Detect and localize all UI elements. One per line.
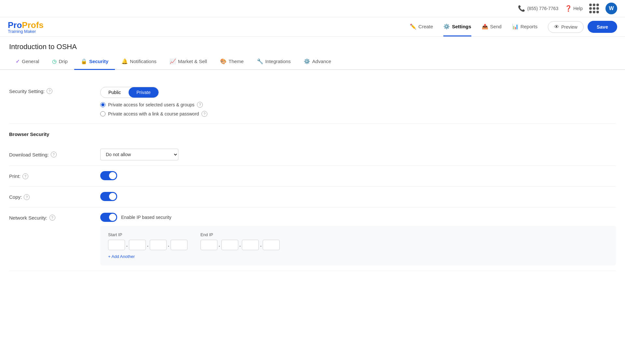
advance-icon: ⚙️ bbox=[304, 58, 310, 64]
add-another-link[interactable]: + Add Another bbox=[108, 254, 135, 259]
preview-button[interactable]: 👁 Preview bbox=[548, 21, 584, 33]
settings-icon: ⚙️ bbox=[443, 23, 450, 30]
security-setting-label: Security Setting: ? bbox=[9, 87, 100, 94]
network-security-toggle-row: Enable IP based security bbox=[100, 213, 616, 222]
end-ip-inputs: . . . bbox=[201, 240, 280, 250]
tab-security[interactable]: 🔒 Security bbox=[74, 54, 115, 70]
print-label: Print: ? bbox=[9, 173, 100, 179]
link-password-radio[interactable] bbox=[100, 111, 105, 116]
nav-create[interactable]: ✏️ Create bbox=[410, 18, 433, 36]
nav-bar: ProProfs Training Maker ✏️ Create ⚙️ Set… bbox=[0, 17, 625, 37]
start-ip-octet-1[interactable] bbox=[108, 240, 125, 250]
tab-theme[interactable]: 🎨 Theme bbox=[214, 54, 250, 70]
tab-advance[interactable]: ⚙️ Advance bbox=[297, 54, 338, 70]
end-ip-dot-1: . bbox=[219, 242, 220, 248]
question-icon: ❓ bbox=[565, 5, 572, 12]
link-password-option[interactable]: Private access with a link & course pass… bbox=[100, 111, 616, 117]
security-setting-row: Security Setting: ? Public Private Priva… bbox=[9, 80, 616, 124]
end-ip-octet-2[interactable] bbox=[221, 240, 238, 250]
end-ip-dot-3: . bbox=[260, 242, 261, 248]
phone-number: 📞 (855) 776-7763 bbox=[518, 5, 558, 12]
start-ip-octet-4[interactable] bbox=[171, 240, 188, 250]
start-ip-dot-3: . bbox=[168, 242, 169, 248]
tabs-bar: ✓ General ◷ Drip 🔒 Security 🔔 Notificati… bbox=[0, 54, 625, 70]
notifications-icon: 🔔 bbox=[121, 58, 128, 64]
preview-icon: 👁 bbox=[554, 24, 559, 30]
tab-integrations[interactable]: 🔧 Integrations bbox=[250, 54, 297, 70]
security-icon: 🔒 bbox=[81, 58, 87, 64]
nav-settings[interactable]: ⚙️ Settings bbox=[443, 18, 471, 36]
link-password-help-icon[interactable]: ? bbox=[201, 111, 207, 117]
end-ip-dot-2: . bbox=[240, 242, 241, 248]
ip-section: Start IP . . . bbox=[100, 226, 616, 265]
tab-notifications[interactable]: 🔔 Notifications bbox=[115, 54, 163, 70]
copy-help-icon[interactable]: ? bbox=[24, 194, 30, 200]
end-ip-octet-4[interactable] bbox=[263, 240, 280, 250]
browser-security-section: Browser Security Download Setting: ? Do … bbox=[9, 131, 616, 271]
theme-icon: 🎨 bbox=[220, 58, 227, 64]
preview-label: Preview bbox=[561, 24, 577, 30]
market-sell-icon: 📈 bbox=[170, 58, 176, 64]
start-ip-dot-2: . bbox=[147, 242, 148, 248]
start-ip-label: Start IP bbox=[108, 232, 188, 237]
end-ip-group: End IP . . . bbox=[201, 232, 280, 250]
main-content: Security Setting: ? Public Private Priva… bbox=[0, 70, 625, 281]
download-setting-label: Download Setting: ? bbox=[9, 152, 100, 157]
integrations-icon: 🔧 bbox=[257, 58, 263, 64]
access-radio-group: Private access for selected users & grou… bbox=[100, 102, 616, 117]
tab-general[interactable]: ✓ General bbox=[9, 54, 46, 70]
security-setting-content: Public Private Private access for select… bbox=[100, 87, 616, 117]
nav-actions: 👁 Preview Save bbox=[548, 21, 617, 33]
logo: ProProfs Training Maker bbox=[8, 20, 44, 34]
public-private-toggle: Public Private bbox=[100, 87, 159, 98]
reports-icon: 📊 bbox=[512, 23, 519, 30]
start-ip-octet-3[interactable] bbox=[150, 240, 167, 250]
selected-users-help-icon[interactable]: ? bbox=[197, 102, 203, 108]
start-ip-inputs: . . . bbox=[108, 240, 188, 250]
network-security-control: Enable IP based security Start IP . . bbox=[100, 213, 616, 265]
drip-icon: ◷ bbox=[52, 58, 57, 64]
save-button[interactable]: Save bbox=[588, 21, 617, 33]
phone-icon: 📞 bbox=[518, 5, 525, 12]
tab-market-sell[interactable]: 📈 Market & Sell bbox=[163, 54, 214, 70]
end-ip-octet-3[interactable] bbox=[242, 240, 259, 250]
start-ip-group: Start IP . . . bbox=[108, 232, 188, 250]
security-setting-help-icon[interactable]: ? bbox=[47, 88, 52, 94]
nav-links: ✏️ Create ⚙️ Settings 📤 Send 📊 Reports bbox=[410, 18, 537, 36]
top-bar: 📞 (855) 776-7763 ❓ Help W bbox=[0, 0, 625, 17]
copy-row: Copy: ? bbox=[9, 187, 616, 208]
page-title: Introduction to OSHA bbox=[0, 37, 625, 51]
network-security-toggle[interactable] bbox=[100, 213, 117, 222]
download-setting-row: Download Setting: ? Do not allow Allow bbox=[9, 143, 616, 166]
print-control bbox=[100, 171, 616, 181]
public-toggle-btn[interactable]: Public bbox=[101, 87, 129, 98]
ip-row: Start IP . . . bbox=[108, 232, 608, 250]
end-ip-label: End IP bbox=[201, 232, 280, 237]
copy-toggle[interactable] bbox=[100, 192, 117, 201]
logo-profs: Profs bbox=[22, 20, 43, 30]
selected-users-radio[interactable] bbox=[100, 102, 105, 107]
nav-send[interactable]: 📤 Send bbox=[482, 18, 502, 36]
end-ip-octet-1[interactable] bbox=[201, 240, 217, 250]
selected-users-option[interactable]: Private access for selected users & grou… bbox=[100, 102, 616, 108]
help-link[interactable]: ❓ Help bbox=[565, 5, 583, 12]
general-icon: ✓ bbox=[16, 58, 20, 64]
avatar[interactable]: W bbox=[605, 3, 617, 14]
copy-label: Copy: ? bbox=[9, 194, 100, 200]
download-setting-select[interactable]: Do not allow Allow bbox=[100, 149, 178, 160]
network-security-row: Network Security: ? Enable IP based secu… bbox=[9, 208, 616, 271]
private-toggle-btn[interactable]: Private bbox=[129, 87, 159, 98]
logo-pro: Pro bbox=[8, 20, 22, 30]
print-help-icon[interactable]: ? bbox=[22, 173, 28, 179]
nav-reports[interactable]: 📊 Reports bbox=[512, 18, 538, 36]
grid-menu-icon[interactable] bbox=[589, 4, 599, 13]
start-ip-octet-2[interactable] bbox=[129, 240, 146, 250]
download-setting-help-icon[interactable]: ? bbox=[51, 152, 57, 157]
send-icon: 📤 bbox=[482, 23, 488, 30]
network-security-label: Network Security: ? bbox=[9, 213, 100, 221]
browser-security-title: Browser Security bbox=[9, 131, 616, 137]
print-toggle[interactable] bbox=[100, 171, 117, 180]
tab-drip[interactable]: ◷ Drip bbox=[46, 54, 74, 70]
download-setting-control: Do not allow Allow bbox=[100, 149, 616, 160]
network-security-help-icon[interactable]: ? bbox=[49, 215, 55, 221]
